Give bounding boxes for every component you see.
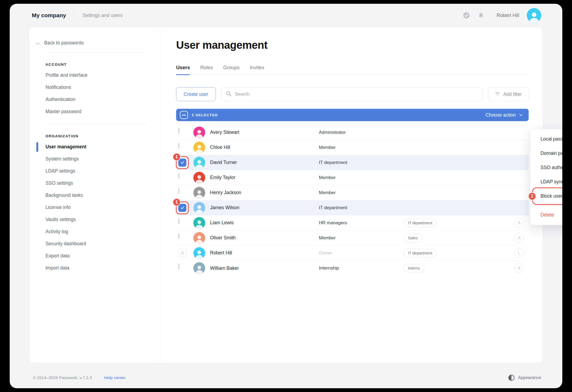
menu-item-label: Local password authorization	[540, 136, 562, 142]
help-center-link[interactable]: Help center	[104, 375, 125, 380]
user-row-avery-stewart[interactable]: Avery StewartAdministrator	[176, 125, 529, 140]
user-row-robert-hill[interactable]: Robert HillOwnerIT departmentL	[176, 246, 529, 261]
user-avatar	[193, 262, 205, 274]
sidebar-item-background-tasks[interactable]: Background tasks	[46, 189, 160, 201]
menu-item-ldap-synchronization[interactable]: LDAP synchronization	[531, 175, 562, 189]
checkbox-cell	[178, 189, 186, 197]
row-checkbox[interactable]	[178, 173, 179, 179]
search-icon	[226, 91, 232, 98]
user-avatar	[193, 247, 205, 259]
row-checkbox[interactable]	[178, 143, 179, 149]
user-avatar	[193, 127, 205, 138]
sidebar-item-vaults-settings[interactable]: Vaults settings	[46, 214, 160, 226]
appearance-toggle[interactable]: Appearance	[508, 374, 541, 381]
sidebar-item-security-dashboard[interactable]: Security dashboard	[46, 238, 160, 250]
user-table: Avery StewartAdministratorChloe HillMemb…	[176, 125, 529, 276]
select-all-checkbox[interactable]	[180, 111, 188, 119]
lock-icon	[178, 249, 186, 257]
user-role: IT department	[319, 160, 403, 165]
checkbox-cell	[178, 144, 186, 152]
user-name: Emily Taylor	[210, 175, 319, 180]
user-row-chloe-hill[interactable]: Chloe HillMember	[176, 140, 529, 155]
search-input[interactable]	[235, 92, 478, 97]
user-row-henry-jackson[interactable]: Henry JacksonMember	[176, 185, 529, 200]
user-row-william-baker[interactable]: William BakerInternshipInternsA	[176, 261, 529, 276]
row-checkbox[interactable]	[178, 188, 179, 194]
content-area: User management UsersRolesGroupsInvites …	[160, 27, 543, 363]
row-checkbox[interactable]	[178, 264, 179, 269]
user-row-oliver-smith[interactable]: Oliver SmithMemberSalesA	[176, 230, 529, 246]
menu-item-domain-password-authentication-ldap[interactable]: Domain password authentication (LDAP)	[531, 146, 562, 160]
user-name: Oliver Smith	[210, 235, 319, 241]
user-row-liam-lewis[interactable]: Liam LewisHR managersIT departmentA	[176, 215, 529, 230]
tab-roles[interactable]: Roles	[200, 65, 213, 75]
user-avatar	[193, 157, 205, 169]
user-avatar	[193, 232, 205, 244]
menu-item-label: Domain password authentication (LDAP)	[540, 150, 562, 156]
add-filter-label: Add filter	[503, 92, 522, 97]
bell-icon[interactable]	[477, 12, 485, 19]
user-role: Member	[319, 175, 403, 180]
menu-item-sso-authentication[interactable]: SSO authentication	[531, 160, 562, 175]
back-to-passwords-link[interactable]: ← Back to passwords	[35, 40, 160, 46]
menu-item-delete[interactable]: Delete	[531, 208, 562, 222]
choose-action-button[interactable]: Choose action	[486, 112, 523, 118]
tab-users[interactable]: Users	[176, 65, 190, 75]
sidebar-item-authentication[interactable]: Authentication	[46, 93, 160, 106]
user-avatar	[193, 172, 205, 184]
checkbox-cell	[178, 264, 186, 272]
sidebar-item-import-data[interactable]: Import data	[46, 262, 160, 274]
create-user-button[interactable]: Create user	[176, 87, 216, 101]
menu-item-local-password-authorization[interactable]: Local password authorization	[531, 132, 562, 146]
user-name: Avery Stewart	[210, 130, 319, 135]
sidebar-item-activity-log[interactable]: Activity log	[46, 226, 160, 238]
user-role: Owner	[319, 250, 403, 256]
menu-divider	[531, 205, 562, 206]
tab-invites[interactable]: Invites	[250, 65, 264, 75]
annotation-badge: 2	[528, 192, 536, 200]
user-name: Chloe Hill	[210, 145, 319, 150]
sidebar-item-master-password[interactable]: Master password	[46, 106, 160, 118]
user-row-james-wilson[interactable]: 1James WilsonIT department	[176, 200, 529, 215]
user-avatar	[193, 187, 205, 199]
checkbox-cell	[178, 234, 186, 242]
user-row-emily-taylor[interactable]: Emily TaylorMember	[176, 170, 529, 185]
checkbox-cell	[178, 249, 186, 257]
check-circle-icon[interactable]	[463, 12, 470, 19]
sidebar-item-sso-settings[interactable]: SSO settings	[46, 177, 160, 189]
add-filter-button[interactable]: Add filter	[488, 87, 529, 101]
search-box[interactable]	[221, 87, 483, 101]
auth-type-badge: L	[514, 248, 524, 258]
sidebar-item-user-management[interactable]: User management	[46, 141, 160, 153]
sidebar-item-license-info[interactable]: License info	[46, 201, 160, 214]
tab-groups[interactable]: Groups	[223, 65, 240, 75]
selection-bar: 2 SELECTED Choose action	[176, 109, 529, 121]
sidebar-item-system-settings[interactable]: System settings	[46, 153, 160, 165]
current-user-name: Robert Hill	[497, 13, 519, 18]
top-bar: My company Settings and users Robert Hil…	[10, 4, 562, 27]
user-row-david-turner[interactable]: 1David TurnerIT department	[176, 155, 529, 170]
menu-item-label: Delete	[540, 212, 554, 218]
auth-type-badge: A	[514, 218, 524, 228]
user-avatar	[193, 217, 205, 229]
user-name: Henry Jackson	[210, 190, 319, 195]
menu-item-block-users[interactable]: Block users2	[531, 189, 562, 203]
row-checkbox[interactable]	[178, 128, 179, 134]
user-avatar	[193, 142, 205, 153]
user-avatar[interactable]	[527, 8, 541, 23]
filter-icon	[495, 91, 500, 98]
user-name: Liam Lewis	[210, 220, 319, 226]
menu-item-label: Block users	[540, 193, 562, 199]
sidebar-item-export-data[interactable]: Export data	[46, 250, 160, 262]
user-role: HR managers	[319, 220, 403, 226]
sidebar-item-ldap-settings[interactable]: LDAP settings	[46, 165, 160, 177]
sidebar-item-profile-and-interface[interactable]: Profile and interface	[46, 69, 160, 81]
user-name: William Baker	[210, 265, 319, 271]
row-checkbox[interactable]	[178, 233, 179, 239]
sidebar-divider	[46, 52, 147, 53]
menu-item-label: LDAP synchronization	[540, 179, 562, 185]
sidebar-item-notifications[interactable]: Notifications	[46, 81, 160, 93]
user-role: Member	[319, 235, 403, 241]
row-checkbox[interactable]	[178, 218, 179, 224]
back-link-label: Back to passwords	[44, 40, 84, 46]
